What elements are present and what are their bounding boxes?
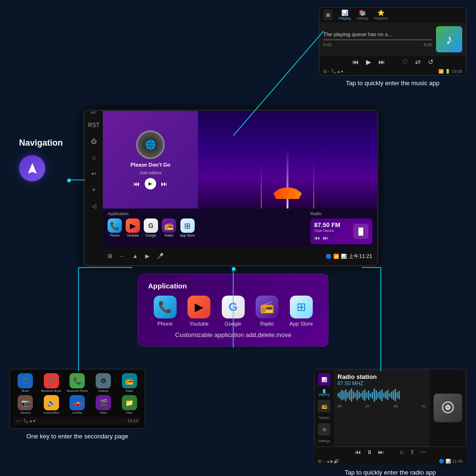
sec-app-sound[interactable]: 🔊 sound effect (40, 395, 63, 414)
popup-icons: 📞 Phone ▶ Youtube G Google 📻 Radio ⊞ App… (148, 296, 318, 327)
sec-app-camera[interactable]: 📷 Camera (14, 395, 37, 414)
tab-playlists[interactable]: ⭐ Playlists (374, 10, 388, 20)
wave-bar (341, 390, 343, 400)
sec-app-music[interactable]: 🎵 Music (14, 373, 37, 392)
popup-phone-icon: 📞 (154, 296, 177, 318)
radio-station-icon[interactable]: 📻 (318, 400, 330, 412)
sec-camera-icon: 📷 (18, 395, 33, 410)
sec-phone-icon[interactable]: 📞 (23, 418, 29, 423)
popup-app-appstore[interactable]: ⊞ App Store (289, 296, 313, 327)
radio-play-icon[interactable]: ▶ (330, 459, 334, 464)
radio-sidebar: 📊 ▐▌playing 📻 Station ⚙ Settings (315, 369, 334, 446)
secondary-screen[interactable]: 🎵 Music 🎵 Bluetooth Music 📞 Bluetooth Ph… (10, 369, 145, 429)
back-icon[interactable]: ← (327, 69, 331, 74)
app-radio[interactable]: 📻 Radio (162, 218, 176, 237)
popup-app-google[interactable]: G Google (222, 296, 245, 327)
mic-label: MIC (91, 111, 97, 114)
repeat-icon[interactable]: ↺ (428, 58, 434, 66)
sec-app-video[interactable]: 🎬 Video (92, 395, 115, 414)
artist-name: Joel Adams (139, 170, 162, 175)
next-icon[interactable]: ⏭ (378, 58, 385, 66)
sec-app-files[interactable]: 📁 Files (118, 395, 141, 414)
popup-appstore-icon: ⊞ (290, 296, 313, 318)
radio-next[interactable]: ⏭ (323, 235, 328, 241)
phone-icon-bar[interactable]: 📞 (331, 69, 337, 74)
radio-ctrl-share[interactable]: ⇧ (410, 449, 415, 456)
radio-section-label: Radio (310, 211, 372, 216)
radio-ctrl-prev[interactable]: ⏮ (355, 449, 361, 456)
prev-icon[interactable]: ⏮ (352, 58, 359, 66)
popup-app-youtube[interactable]: ▶ Youtube (188, 296, 210, 327)
radio-player-controls: ⏮ ⏸ ⏭ ☆ ⇧ ⋯ (314, 447, 466, 457)
radio-back-icon[interactable]: ← (322, 459, 326, 464)
rst-icon[interactable]: RST (89, 120, 99, 130)
sec-sound-label: sound effect (44, 411, 60, 414)
video-area (198, 111, 377, 208)
tab-playing[interactable]: 📊 Playing (338, 10, 351, 20)
wave-bar (393, 390, 394, 400)
wave-bar (370, 393, 371, 397)
popup-app-radio[interactable]: 📻 Radio (256, 296, 278, 327)
app-appstore[interactable]: ⊞ App Store (180, 218, 195, 237)
popup-app-phone[interactable]: 📞 Phone (154, 296, 177, 327)
navigation-icon[interactable] (19, 155, 45, 181)
bt-icon: 🔵 (326, 254, 331, 259)
app-google[interactable]: G Google (144, 218, 158, 237)
radio-ctrl-pause[interactable]: ⏸ (367, 449, 372, 456)
heart-icon[interactable]: ♡ (402, 58, 408, 66)
sec-app-settings[interactable]: ⚙ Settings (92, 373, 115, 392)
shuffle-icon[interactable]: ⇄ (415, 58, 421, 66)
eject-icon[interactable]: ◁ (89, 201, 99, 211)
nav-arrow-icon[interactable]: ▲ (132, 253, 138, 259)
tab-library[interactable]: 📚 Library (357, 10, 368, 20)
app-youtube[interactable]: ▶ Youtube (126, 218, 140, 237)
sec-dot-icon[interactable]: ● (33, 418, 35, 423)
road-visual (198, 111, 377, 208)
home-icon[interactable]: ⌂ (89, 152, 99, 163)
wave-bar (357, 390, 358, 400)
next-btn[interactable]: ⏭ (161, 180, 168, 188)
radio-nav-icon[interactable]: ▲ (326, 459, 330, 464)
back-icon[interactable]: ↩ (89, 169, 99, 179)
vol-icon[interactable]: + (89, 185, 99, 195)
radio-vol-icon[interactable]: 🔊 (334, 459, 339, 464)
sec-app-bt-music[interactable]: 🎵 Bluetooth Music (40, 373, 63, 392)
sec-app-carplay[interactable]: 🚗 CarPlay (66, 395, 89, 414)
wave-bar (360, 393, 362, 397)
app-phone[interactable]: 📞 Phone (108, 218, 122, 237)
radio-ctrl-more[interactable]: ⋯ (420, 449, 426, 456)
bottom-section: Application 📞 Phone ▶ Youtube G Google (103, 208, 377, 247)
back-nav-icon[interactable]: ← (119, 253, 125, 259)
radio-prev[interactable]: ⏮ (314, 235, 320, 241)
radio-status: 🔵 📊 11:06 (439, 459, 463, 464)
sec-app-radio[interactable]: 📻 Radio (118, 373, 141, 392)
prev-btn[interactable]: ⏮ (133, 180, 140, 188)
nav-icon-bar[interactable]: ▲ (337, 69, 341, 74)
power-icon[interactable]: ⏻ (89, 136, 99, 147)
music-callout-screen[interactable]: ⊞ 📊 Playing 📚 Library ⭐ Playlists The pl… (319, 7, 466, 76)
radio-grid-icon[interactable]: ⊞ (318, 459, 322, 464)
bottom-nav: ⊞ ← ▲ ▶ 🎤 (108, 253, 164, 259)
play-nav-icon[interactable]: ▶ (145, 253, 149, 259)
play-pause-icon[interactable]: ▶ (366, 58, 371, 66)
radio-icon: 📻 (162, 218, 176, 233)
radio-settings-label: Settings (316, 439, 333, 443)
popup-appstore-label: App Store (289, 321, 313, 327)
mic-nav-icon[interactable]: 🎤 (157, 253, 164, 259)
radio-station-name: Radio station (337, 373, 426, 380)
album-art: 🌐 (136, 130, 165, 159)
play-btn[interactable]: ▶ (145, 178, 156, 189)
sec-bt-music-label: Bluetooth Music (41, 389, 62, 392)
radio-ctrl-next[interactable]: ⏭ (378, 449, 384, 456)
grid-icon[interactable]: ⊞ (323, 69, 327, 74)
sec-back-icon[interactable]: ← (19, 418, 23, 423)
radio-ctrl-fav[interactable]: ☆ (399, 449, 404, 456)
grid-nav-icon[interactable]: ⊞ (108, 253, 112, 259)
sec-app-bt-phone[interactable]: 📞 Bluetooth Phone (66, 373, 89, 392)
sec-nav-icon[interactable]: ▲ (29, 418, 33, 423)
radio-display[interactable]: 87.50 FM Club Dance ⏮ ⏭ ▐▌ (310, 218, 372, 244)
main-car-screen[interactable]: MIC RST ⏻ ⌂ ↩ + ◁ 🌐 Please Don't Go Joel… (83, 109, 378, 267)
music-player[interactable]: 🌐 Please Don't Go Joel Adams ⏮ ▶ ⏭ (103, 111, 198, 208)
radio-settings-icon[interactable]: ⚙ (318, 423, 330, 436)
radio-callout-screen[interactable]: 📊 ▐▌playing 📻 Station ⚙ Settings Radio s… (314, 369, 466, 447)
